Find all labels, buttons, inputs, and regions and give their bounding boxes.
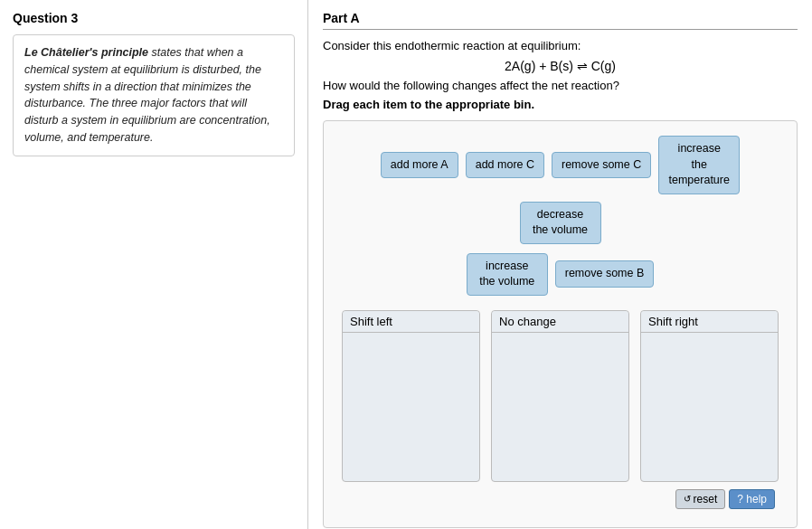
equation: 2A(g) + B(s) ⇌ C(g) <box>323 59 798 73</box>
left-panel: Question 3 Le Châtelier's principle stat… <box>0 0 307 529</box>
part-label: Part A <box>323 11 798 30</box>
bin-no-change-label: No change <box>492 311 628 333</box>
drag-item-add-c[interactable]: add more C <box>466 152 544 179</box>
help-label: ? help <box>737 493 767 505</box>
bin-no-change[interactable]: No change <box>491 310 629 482</box>
bin-shift-left-label: Shift left <box>343 311 479 333</box>
principle-name: Le Châtelier's principle <box>24 46 148 59</box>
drag-item-increase-temp[interactable]: increase the temperature <box>658 136 740 194</box>
drag-item-add-a[interactable]: add more A <box>381 152 458 179</box>
bin-shift-right-label: Shift right <box>641 311 778 333</box>
info-box: Le Châtelier's principle states that whe… <box>13 34 295 156</box>
reset-label: reset <box>694 493 718 505</box>
drag-item-increase-vol[interactable]: increase the volume <box>467 253 548 296</box>
description: Consider this endothermic reaction at eq… <box>323 37 798 55</box>
how-question: How would the following changes affect t… <box>323 77 798 95</box>
reset-button[interactable]: ↺ reset <box>675 489 726 509</box>
right-panel: Part A Consider this endothermic reactio… <box>307 0 812 529</box>
question-number: Question 3 <box>13 11 295 25</box>
bottom-bar: ↺ reset ? help <box>342 489 779 509</box>
drag-items-row2: increase the volume remove some B <box>342 253 779 296</box>
reset-icon: ↺ <box>684 494 691 504</box>
bin-shift-right[interactable]: Shift right <box>640 310 779 482</box>
drag-instruction: Drag each item to the appropriate bin. <box>323 98 798 111</box>
bin-shift-left[interactable]: Shift left <box>342 310 480 482</box>
info-text: states that when a chemical system at eq… <box>24 46 270 144</box>
drag-area: add more A add more C remove some C incr… <box>323 120 798 528</box>
help-button[interactable]: ? help <box>729 489 775 509</box>
drag-item-decrease-vol[interactable]: decrease the volume <box>520 202 601 244</box>
drag-items-row1: add more A add more C remove some C incr… <box>342 136 779 244</box>
drag-item-remove-b[interactable]: remove some B <box>555 260 655 288</box>
bins-row: Shift left No change Shift right <box>342 310 779 482</box>
drag-item-remove-c[interactable]: remove some C <box>552 152 651 179</box>
